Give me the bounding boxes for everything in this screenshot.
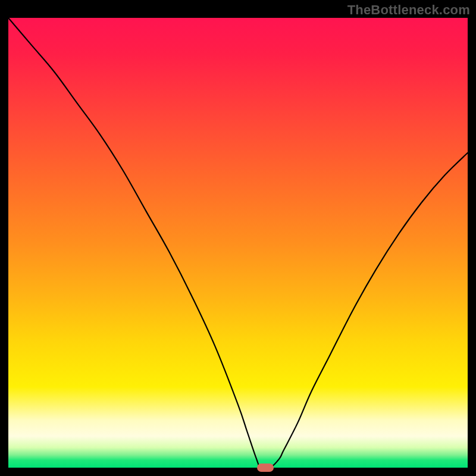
chart-frame: TheBottleneck.com (0, 0, 476, 476)
bottleneck-curve (8, 18, 468, 468)
curve-layer (8, 18, 468, 468)
attribution-text: TheBottleneck.com (347, 2, 470, 18)
optimum-marker (257, 464, 274, 472)
plot-area (8, 18, 468, 468)
